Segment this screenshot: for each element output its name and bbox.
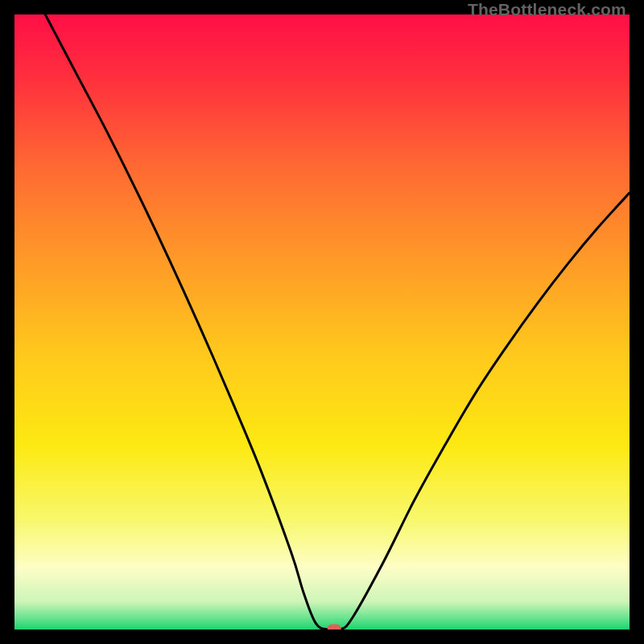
chart-background (14, 14, 630, 630)
bottleneck-chart (14, 14, 630, 630)
optimal-point-marker (328, 625, 341, 630)
watermark-text: TheBottleneck.com (468, 0, 626, 19)
